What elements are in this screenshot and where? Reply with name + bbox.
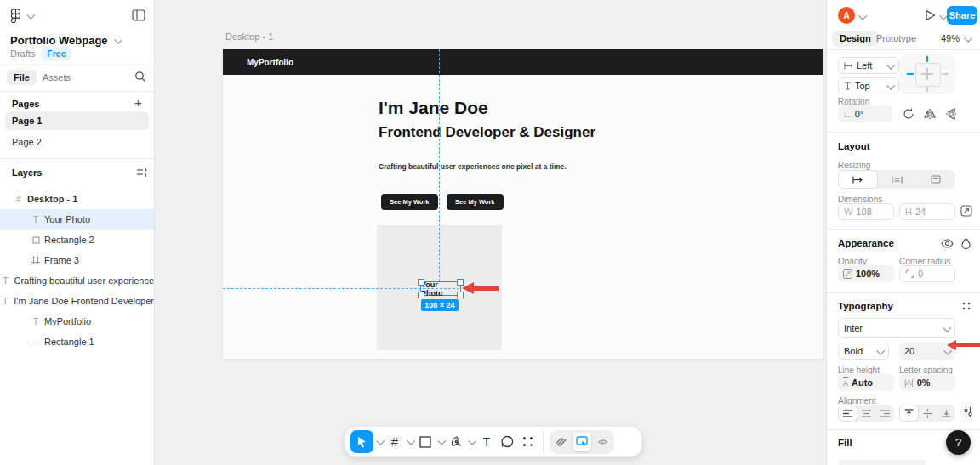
main-menu-button[interactable]: [10, 9, 33, 23]
frame-label[interactable]: Desktop - 1: [225, 31, 273, 42]
user-avatar[interactable]: A: [838, 7, 855, 24]
tab-prototype[interactable]: Prototype: [876, 33, 916, 43]
comment-tool-button[interactable]: [498, 431, 516, 453]
layer-row-frame-3[interactable]: Frame 3: [0, 250, 154, 270]
opacity-input[interactable]: 100%: [838, 265, 894, 282]
flip-horizontal-icon[interactable]: [923, 107, 937, 121]
drafts-label[interactable]: Drafts: [10, 48, 35, 59]
shape-tool-button[interactable]: [416, 431, 435, 453]
flip-vertical-icon[interactable]: [944, 107, 958, 121]
line-height-input[interactable]: A Auto: [838, 374, 894, 391]
layer-row-your-photo[interactable]: T Your Photo: [0, 209, 154, 230]
layer-row-rectangle-2[interactable]: Rectangle 2: [0, 230, 154, 250]
selection-handle-tl[interactable]: [418, 279, 424, 286]
toolbar-divider: [543, 432, 544, 452]
annotation-arrow-typography-tail: [955, 343, 980, 347]
letter-spacing-icon: |A|: [904, 378, 914, 387]
zoom-menu[interactable]: 49%: [941, 33, 971, 43]
help-button[interactable]: ?: [946, 430, 971, 455]
hero-title[interactable]: I'm Jane Doe: [379, 98, 488, 118]
layer-row-hero-text[interactable]: T I'm Jane Doe Frontend Developer: [0, 291, 154, 311]
tab-file[interactable]: File: [7, 69, 37, 84]
move-tool-menu[interactable]: [375, 431, 384, 453]
align-text-center-button[interactable]: [858, 405, 875, 422]
present-button[interactable]: [924, 9, 937, 22]
design-navbar[interactable]: MyPortfolio: [223, 49, 823, 75]
page-item-2[interactable]: Page 2: [5, 133, 149, 151]
tab-assets[interactable]: Assets: [39, 69, 74, 84]
selection-handle-bl[interactable]: [418, 292, 424, 298]
corner-radius-input[interactable]: 0: [899, 265, 955, 282]
pen-tool-menu[interactable]: [467, 431, 476, 453]
layers-section-header: Layers: [12, 167, 42, 178]
dev-mode-button[interactable]: </>: [593, 433, 612, 451]
selected-text-layer[interactable]: Your Photo: [420, 281, 461, 296]
resize-hug-option[interactable]: [878, 170, 916, 189]
file-title-row[interactable]: Portfolio Webpage: [10, 34, 121, 47]
fill-swatch-row[interactable]: [838, 460, 926, 465]
constraints-widget[interactable]: [899, 54, 955, 94]
frame-tool-menu[interactable]: [406, 431, 414, 453]
align-text-right-button[interactable]: [876, 405, 894, 422]
rotation-input[interactable]: ∟ 0°: [838, 105, 892, 122]
add-page-button[interactable]: +: [134, 95, 142, 110]
design-mode-button[interactable]: [573, 433, 591, 451]
text-layer-icon: T: [31, 317, 41, 326]
collapse-layers-button[interactable]: [136, 167, 147, 178]
transform-buttons: [902, 107, 958, 121]
shape-tool-menu[interactable]: [436, 431, 445, 453]
chevron-down-icon[interactable]: [858, 12, 867, 20]
layer-row-tagline-text[interactable]: T Crafting beautiful user experience: [0, 270, 154, 291]
letter-spacing-input[interactable]: |A| 0%: [899, 374, 955, 391]
pen-tool-button[interactable]: [447, 431, 465, 453]
font-weight-select[interactable]: Bold: [838, 343, 889, 360]
hero-tagline[interactable]: Crafting beautiful user experiences one …: [379, 162, 567, 171]
align-top-icon: [844, 82, 852, 91]
selected-text-label: Your Photo: [421, 281, 460, 298]
search-icon: [134, 71, 146, 82]
draw-mode-button[interactable]: [552, 433, 571, 451]
align-bottom-button[interactable]: [937, 405, 955, 422]
visibility-button[interactable]: [941, 239, 954, 248]
design-navbar-brand[interactable]: MyPortfolio: [247, 58, 293, 67]
search-button[interactable]: [134, 71, 146, 82]
font-family-select[interactable]: Inter: [838, 318, 955, 338]
layer-row-frame[interactable]: # Desktop - 1: [0, 189, 154, 209]
aspect-ratio-icon: [960, 205, 972, 217]
horizontal-constraint-select[interactable]: Left: [838, 57, 899, 74]
design-frame[interactable]: [223, 49, 823, 359]
resize-fill-option[interactable]: [917, 170, 955, 189]
text-align-group: [838, 405, 894, 422]
vertical-constraint-select[interactable]: Top: [838, 77, 899, 94]
hero-subtitle[interactable]: Frontend Developer & Designer: [379, 124, 595, 141]
toggle-panel-button[interactable]: [132, 9, 145, 21]
code-icon: </>: [598, 438, 607, 446]
constrain-proportions-button[interactable]: [960, 205, 972, 217]
align-top-button[interactable]: [899, 405, 919, 422]
text-styles-button[interactable]: [961, 301, 971, 311]
blend-mode-button[interactable]: [961, 237, 971, 249]
layer-row-myportfolio[interactable]: T MyPortfolio: [0, 311, 154, 332]
align-text-left-button[interactable]: [838, 405, 858, 422]
actions-button[interactable]: [518, 431, 537, 453]
text-layer-icon: T: [1, 276, 11, 286]
page-item-1[interactable]: Page 1: [5, 111, 149, 130]
figma-logo-icon: [10, 9, 21, 23]
align-middle-button[interactable]: [919, 405, 937, 422]
height-input[interactable]: H 24: [899, 203, 955, 220]
text-tool-button[interactable]: T: [477, 431, 496, 453]
free-plan-badge[interactable]: Free: [42, 47, 71, 60]
type-settings-button[interactable]: [963, 406, 973, 418]
layer-row-rectangle-1[interactable]: — Rectangle 1: [0, 332, 154, 352]
move-tool-button[interactable]: [350, 430, 373, 453]
rotate-icon[interactable]: [902, 107, 915, 121]
resize-fixed-option[interactable]: [838, 170, 878, 189]
share-button[interactable]: Share: [947, 6, 977, 25]
width-input[interactable]: W 108: [838, 203, 894, 220]
see-my-work-button-2[interactable]: See My Work: [447, 194, 504, 210]
see-my-work-button-1[interactable]: See My Work: [381, 194, 438, 210]
frame-tool-button[interactable]: #: [385, 431, 404, 453]
tab-design[interactable]: Design: [832, 31, 879, 46]
panel-toggle-icon: [132, 9, 145, 21]
actions-grid-plus-icon: [521, 435, 534, 448]
